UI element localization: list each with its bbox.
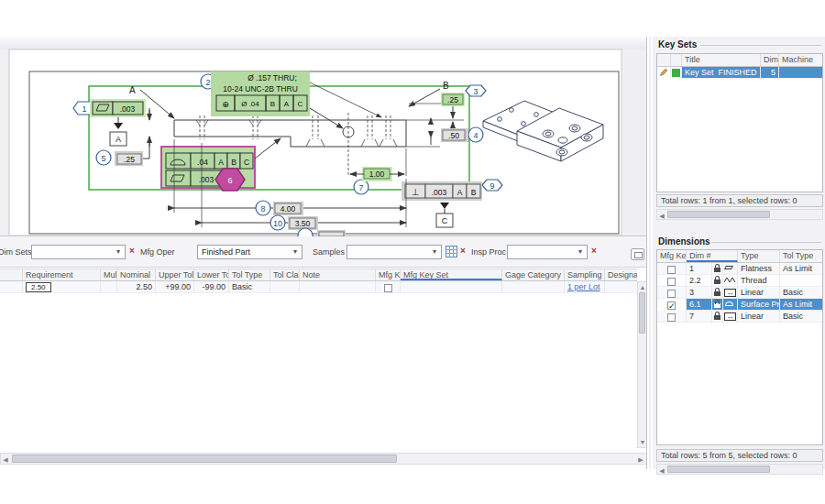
svg-text:C: C bbox=[442, 216, 448, 225]
dimension-row[interactable]: 1 Flatness As Limit bbox=[657, 263, 822, 275]
dimension-row[interactable]: 7 ↔ Linear Basic bbox=[657, 311, 822, 323]
drawing-viewport: A B 1 .003 A 5 bbox=[0, 37, 647, 236]
svg-text:.003: .003 bbox=[432, 188, 447, 197]
engineering-drawing[interactable]: A B 1 .003 A 5 bbox=[0, 37, 647, 236]
balloon-4[interactable]: 4 bbox=[468, 127, 483, 142]
svg-text:B: B bbox=[270, 100, 275, 108]
requirements-grid-panel: ▾ Dim Sets ▾ × Mfg Oper Finished Part▾ S… bbox=[0, 236, 647, 469]
key-sets-header: Title Dims Machine bbox=[657, 54, 822, 67]
balloon-5[interactable]: 5 bbox=[96, 150, 111, 165]
mfg-key-checkbox[interactable] bbox=[667, 290, 676, 298]
surface-profile-icon bbox=[725, 301, 733, 306]
key-sets-table: Title Dims Machine Key Set FINISHED #6.1… bbox=[656, 53, 823, 192]
lock-icon bbox=[714, 279, 720, 284]
expand-button[interactable] bbox=[631, 248, 644, 260]
svg-text:4.00: 4.00 bbox=[280, 204, 296, 214]
samples-label: Samples bbox=[313, 247, 345, 257]
svg-text:.003: .003 bbox=[120, 104, 136, 114]
chevron-down-icon: ▾ bbox=[429, 246, 440, 258]
svg-text:.50: .50 bbox=[448, 131, 459, 140]
svg-text:3: 3 bbox=[473, 87, 478, 96]
svg-text:C: C bbox=[244, 158, 249, 167]
dim-sets-select[interactable]: ▾ bbox=[31, 245, 126, 259]
svg-text:B: B bbox=[443, 81, 449, 91]
svg-text:C: C bbox=[298, 100, 303, 108]
linear-icon: ↔ bbox=[724, 312, 736, 321]
chevron-down-icon: ▾ bbox=[290, 246, 301, 258]
clear-insp-proc-icon[interactable]: × bbox=[591, 247, 597, 256]
thread-icon bbox=[723, 276, 737, 284]
insp-proc-select[interactable]: ▾ bbox=[507, 245, 588, 259]
grid-picker-icon[interactable] bbox=[446, 246, 457, 257]
svg-text:B: B bbox=[471, 188, 477, 197]
key-set-row[interactable]: Key Set FINISHED #6.1 5 bbox=[657, 67, 822, 79]
svg-text:6: 6 bbox=[227, 176, 232, 185]
svg-text:2: 2 bbox=[205, 78, 210, 87]
clear-dim-sets-icon[interactable]: × bbox=[129, 247, 135, 256]
svg-text:Ø .04: Ø .04 bbox=[241, 100, 259, 108]
key-set-color-swatch bbox=[672, 69, 680, 77]
mfg-oper-label: Mfg Oper bbox=[140, 247, 175, 257]
dimensions-table: Mfg Key Dim # Type Tol Type 1 Flatness A… bbox=[656, 249, 823, 445]
svg-text:1: 1 bbox=[82, 104, 86, 114]
lock-icon bbox=[714, 291, 720, 296]
svg-text:B: B bbox=[231, 158, 236, 167]
key-sets-title: Key Sets bbox=[658, 39, 697, 49]
lock-icon bbox=[714, 315, 720, 320]
mfg-oper-select[interactable]: Finished Part▾ bbox=[197, 245, 302, 259]
svg-text:.003: .003 bbox=[199, 175, 214, 184]
svg-text:A: A bbox=[457, 188, 463, 197]
mfg-key-checkbox[interactable] bbox=[667, 266, 676, 274]
pencil-icon bbox=[659, 67, 668, 77]
samples-select[interactable]: ▾ bbox=[346, 245, 442, 259]
sampling-rule-link[interactable]: 1 per Lot bbox=[567, 282, 600, 291]
svg-text:A: A bbox=[218, 158, 224, 167]
mfg-key-checkbox[interactable] bbox=[667, 301, 676, 310]
grid-header-row: Requirement Mult Nominal Upper Tol Lower… bbox=[0, 268, 637, 281]
dim-sets-label: Dim Sets bbox=[0, 247, 32, 257]
horizontal-scrollbar[interactable]: ◀ ▶ bbox=[0, 453, 647, 465]
dimensions-header: Mfg Key Dim # Type Tol Type bbox=[657, 250, 822, 263]
linear-icon: ↔ bbox=[724, 289, 736, 297]
chevron-down-icon: ▾ bbox=[575, 246, 586, 258]
grid-toolbar: Dim Sets ▾ × Mfg Oper Finished Part▾ Sam… bbox=[0, 236, 647, 268]
app-screenshot: A B 1 .003 A 5 bbox=[0, 0, 825, 504]
key-sets-footer: Total rows: 1 from 1, selected rows: 0 bbox=[656, 194, 823, 207]
balloon-7[interactable]: 7 bbox=[354, 180, 368, 194]
insp-proc-label: Insp Proc bbox=[471, 247, 506, 257]
svg-text:A: A bbox=[129, 85, 136, 95]
svg-text:5: 5 bbox=[101, 154, 105, 163]
dimensions-footer: Total rows: 5 from 5, selected rows: 0 bbox=[656, 449, 823, 462]
lock-icon bbox=[714, 268, 720, 272]
application-window: A B 1 .003 A 5 bbox=[0, 37, 825, 469]
dimension-row[interactable]: 2.2 Thread bbox=[657, 275, 822, 287]
svg-text:9: 9 bbox=[490, 181, 494, 191]
mfg-key-checkbox[interactable] bbox=[667, 313, 676, 322]
clear-samples-icon[interactable]: × bbox=[460, 247, 466, 256]
dimension-row-selected[interactable]: 6.1 Surface Profile As Limit bbox=[657, 299, 822, 311]
mfg-key-checkbox[interactable] bbox=[384, 284, 392, 292]
svg-text:1.00: 1.00 bbox=[369, 170, 385, 179]
perpendicularity-icon: ⊥ bbox=[412, 187, 420, 197]
svg-text:10-24 UNC-2B THRU: 10-24 UNC-2B THRU bbox=[223, 84, 298, 93]
svg-text:.04: .04 bbox=[197, 158, 208, 167]
right-sidebar: Key Sets Title Dims Machine Key Set FINI… bbox=[653, 37, 825, 469]
dimensions-hscrollbar[interactable]: ◀ bbox=[656, 464, 823, 475]
mfg-key-checkbox[interactable] bbox=[667, 278, 676, 286]
dimension-row[interactable]: 3 ↔ Linear Basic bbox=[657, 287, 822, 299]
svg-text:8: 8 bbox=[260, 204, 265, 214]
balloon-9[interactable]: 9 bbox=[482, 180, 502, 191]
chevron-down-icon: ▾ bbox=[113, 246, 124, 258]
svg-text:A: A bbox=[284, 100, 290, 108]
flatness-icon bbox=[724, 266, 733, 269]
svg-text:3.50: 3.50 bbox=[295, 219, 311, 228]
position-icon: ⊕ bbox=[222, 100, 229, 109]
table-row[interactable]: 2.50 2.50 +99.00 -99.00 Basic 1 per Lot bbox=[0, 281, 637, 293]
balloon-3[interactable]: 3 bbox=[466, 85, 486, 96]
grid-rows: ss .003 +0.003 -0.000 As Limit Key Set F… bbox=[0, 281, 637, 444]
svg-text:7: 7 bbox=[358, 183, 363, 192]
lock-icon bbox=[714, 303, 720, 308]
svg-text:Ø .157 THRU;: Ø .157 THRU; bbox=[248, 73, 297, 82]
svg-text:.25: .25 bbox=[447, 95, 458, 104]
key-sets-hscrollbar[interactable]: ◀ bbox=[656, 209, 823, 220]
